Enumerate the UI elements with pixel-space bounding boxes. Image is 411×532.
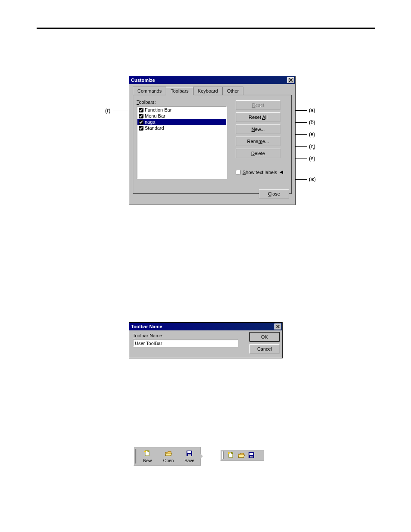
cancel-button[interactable]: Cancel bbox=[249, 344, 280, 354]
tab-other[interactable]: Other bbox=[222, 87, 244, 95]
list-item[interactable]: Function Bar bbox=[137, 107, 226, 113]
tab-commands[interactable]: Commands bbox=[133, 87, 166, 95]
rename-button[interactable]: Rename... bbox=[236, 137, 280, 146]
svg-point-7 bbox=[228, 452, 230, 454]
toolbar-without-labels bbox=[220, 450, 264, 461]
svg-rect-3 bbox=[187, 451, 191, 453]
reset-all-button[interactable]: Reset All bbox=[236, 112, 280, 122]
save-disk-icon[interactable] bbox=[247, 451, 256, 459]
toolbar-name-titlebar[interactable]: Toolbar Name bbox=[129, 323, 282, 330]
toolbar-name-dialog: Toolbar Name Toolbar Name: OK Cancel bbox=[129, 322, 283, 358]
arrow-left-icon bbox=[280, 171, 283, 174]
show-text-labels-label: Show text labels bbox=[243, 170, 277, 175]
svg-rect-9 bbox=[249, 453, 253, 455]
svg-rect-11 bbox=[252, 456, 252, 457]
close-icon[interactable] bbox=[274, 324, 281, 330]
customize-title: Customize bbox=[131, 78, 287, 83]
toolbar-name-title: Toolbar Name bbox=[131, 324, 274, 329]
close-icon[interactable] bbox=[287, 77, 294, 83]
customize-titlebar[interactable]: Customize bbox=[129, 76, 295, 84]
svg-rect-5 bbox=[190, 454, 190, 455]
toolbar-save-button[interactable]: Save bbox=[179, 448, 199, 464]
svg-point-1 bbox=[144, 451, 146, 452]
toolbar-item-label: New bbox=[143, 458, 152, 463]
toolbar-grip[interactable] bbox=[222, 451, 224, 459]
list-item[interactable]: Menu Bar bbox=[137, 113, 226, 119]
list-item-label: Standard bbox=[145, 125, 164, 131]
list-item-checkbox[interactable] bbox=[139, 126, 143, 131]
list-item-label: naga bbox=[145, 119, 155, 124]
tab-content: Toolbars: Function BarMenu BarnagaStanda… bbox=[133, 95, 292, 194]
list-item-checkbox[interactable] bbox=[139, 120, 143, 124]
delete-button[interactable]: Delete bbox=[236, 149, 280, 158]
toolbar-item-label: Open bbox=[163, 458, 174, 463]
customize-dialog: Customize Commands Toolbars Keyboard Oth… bbox=[129, 76, 296, 205]
list-item-checkbox[interactable] bbox=[139, 114, 143, 118]
toolbars-listbox[interactable]: Function BarMenu BarnagaStandard bbox=[137, 106, 227, 179]
list-item[interactable]: naga bbox=[137, 119, 226, 125]
tab-toolbars[interactable]: Toolbars bbox=[166, 87, 193, 95]
save-disk-icon bbox=[185, 450, 194, 457]
toolbar-name-input[interactable] bbox=[133, 339, 238, 347]
toolbar-open-button[interactable]: Open bbox=[159, 448, 179, 464]
list-item-label: Menu Bar bbox=[145, 113, 165, 118]
new-doc-icon[interactable] bbox=[227, 451, 235, 459]
new-button[interactable]: New... bbox=[236, 124, 280, 134]
show-text-labels-row[interactable]: Show text labels bbox=[236, 170, 283, 175]
page-top-rule bbox=[37, 28, 375, 29]
toolbar-new-button[interactable]: New bbox=[137, 448, 158, 464]
list-item-checkbox[interactable] bbox=[139, 108, 143, 112]
close-button[interactable]: Close bbox=[259, 189, 289, 199]
new-doc-icon bbox=[143, 450, 152, 457]
list-item-label: Function Bar bbox=[145, 107, 171, 112]
reset-button[interactable]: Reset bbox=[236, 100, 280, 110]
open-folder-icon bbox=[164, 450, 173, 457]
tabstrip: Commands Toolbars Keyboard Other bbox=[133, 87, 292, 95]
open-folder-icon[interactable] bbox=[237, 451, 246, 459]
toolbar-with-labels: New Open Save bbox=[134, 447, 201, 466]
list-item[interactable]: Standard bbox=[137, 125, 226, 131]
show-text-labels-checkbox[interactable] bbox=[236, 170, 241, 175]
ok-button[interactable]: OK bbox=[249, 332, 280, 342]
toolbar-item-label: Save bbox=[184, 458, 194, 463]
tab-keyboard[interactable]: Keyboard bbox=[193, 87, 223, 95]
